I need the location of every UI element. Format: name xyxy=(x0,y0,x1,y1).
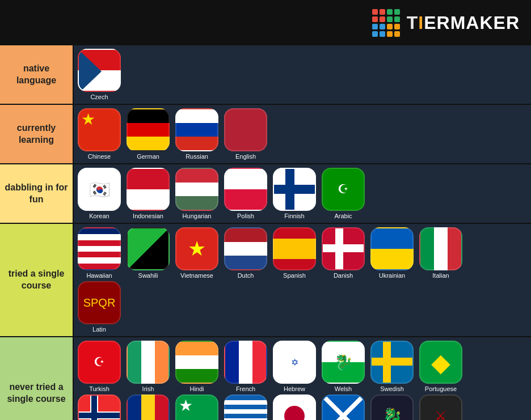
flag-danish xyxy=(322,227,365,270)
lang-item-danish[interactable]: Danish xyxy=(320,227,366,279)
lang-label-hebrew: Hebrew xyxy=(284,385,305,392)
lang-item-hebrew[interactable]: ✡Hebrew xyxy=(271,341,318,392)
lang-item-vietnamese[interactable]: Vietnamese xyxy=(174,227,220,279)
lang-item-german[interactable]: German xyxy=(125,108,171,160)
lang-item-klingon[interactable]: ⚔Klingon xyxy=(418,394,464,420)
tier-content-native: Czech xyxy=(73,45,531,104)
logo-text: TiERMAKER xyxy=(407,12,520,33)
lang-label-indonesian: Indonesian xyxy=(133,213,163,219)
flag-portuguese xyxy=(419,341,462,384)
lang-label-vietnamese: Vietnamese xyxy=(180,272,213,279)
logo-dot xyxy=(380,24,385,29)
lang-item-latin[interactable]: SPQRLatin xyxy=(76,281,123,333)
lang-item-french[interactable]: French xyxy=(222,341,269,392)
lang-item-korean[interactable]: 🇰🇷Korean xyxy=(76,168,123,219)
lang-label-hungarian: Hungarian xyxy=(183,213,212,219)
flag-esperanto xyxy=(175,394,218,420)
tier-row-native: native languageCzech xyxy=(0,45,531,105)
lang-label-swedish: Swedish xyxy=(380,385,404,392)
lang-item-spanish[interactable]: Spanish xyxy=(271,227,318,279)
flag-polish xyxy=(224,168,267,211)
tiermaker-logo: TiERMAKER xyxy=(372,9,520,37)
flag-hawaiian xyxy=(78,227,121,270)
lang-item-swedish[interactable]: Swedish xyxy=(369,341,415,392)
lang-label-czech: Czech xyxy=(90,94,108,100)
lang-item-arabic[interactable]: ☪Arabic xyxy=(320,168,366,219)
flag-swahili xyxy=(127,227,170,270)
flag-norwegian xyxy=(78,394,121,420)
lang-label-french: French xyxy=(236,385,255,392)
lang-item-polish[interactable]: Polish xyxy=(222,168,269,219)
tier-row-never-tried: never tried a single course☪TurkishIrish… xyxy=(0,337,531,420)
lang-label-turkish: Turkish xyxy=(89,385,109,392)
tier-content-subrow: HawaiianSwahiliVietnameseDutchSpanishDan… xyxy=(76,227,464,279)
lang-item-portuguese[interactable]: Portuguese xyxy=(418,341,464,392)
logo-dot xyxy=(394,31,400,37)
logo-dot xyxy=(380,31,385,37)
lang-item-chinese[interactable]: Chinese xyxy=(76,108,123,160)
lang-label-swahili: Swahili xyxy=(138,272,158,279)
lang-item-welsh[interactable]: 🐉Welsh xyxy=(320,341,366,392)
lang-item-hawaiian[interactable]: Hawaiian xyxy=(76,227,123,279)
lang-label-dutch: Dutch xyxy=(238,272,254,279)
flag-latin: SPQR xyxy=(78,281,121,324)
tier-label-native: native language xyxy=(0,45,73,104)
flag-czech xyxy=(78,49,121,92)
lang-item-norwegian[interactable]: Norwegian (Bokmål) xyxy=(76,394,123,420)
flag-hungarian xyxy=(175,168,218,211)
flag-klingon: ⚔ xyxy=(419,394,462,420)
flag-welsh: 🐉 xyxy=(322,341,365,384)
lang-item-japanese[interactable]: Japanese xyxy=(271,394,318,420)
lang-label-danish: Danish xyxy=(334,272,353,279)
flag-vietnamese xyxy=(175,227,218,270)
lang-item-czech[interactable]: Czech xyxy=(76,49,123,100)
flag-russian xyxy=(175,108,218,151)
lang-item-italian[interactable]: Italian xyxy=(418,227,464,279)
tier-row-tried: tried a single courseHawaiianSwahiliViet… xyxy=(0,224,531,337)
lang-label-hawaiian: Hawaiian xyxy=(86,272,112,279)
lang-label-polish: Polish xyxy=(237,213,254,219)
lang-label-spanish: Spanish xyxy=(283,272,306,279)
lang-item-romanian[interactable]: Romanian xyxy=(125,394,171,420)
logo-dot xyxy=(387,9,393,15)
lang-item-finnish[interactable]: Finnish xyxy=(271,168,318,219)
lang-item-indonesian[interactable]: Indonesian xyxy=(125,168,171,219)
lang-label-welsh: Welsh xyxy=(335,385,352,392)
lang-item-irish[interactable]: Irish xyxy=(125,341,171,392)
tier-content-subrow: Norwegian (Bokmål)RomanianEsperantoGreek… xyxy=(76,394,464,420)
lang-item-swahili[interactable]: Swahili xyxy=(125,227,171,279)
lang-item-scottish[interactable]: Scottish Gaelic xyxy=(320,394,366,420)
lang-item-english[interactable]: English xyxy=(222,108,269,160)
tier-label-never-tried: never tried a single course xyxy=(0,337,73,420)
flag-greek xyxy=(224,394,267,420)
flag-turkish: ☪ xyxy=(78,341,121,384)
flag-romanian xyxy=(127,394,170,420)
flag-german xyxy=(127,108,170,151)
lang-item-esperanto[interactable]: Esperanto xyxy=(174,394,220,420)
logo-dot xyxy=(372,9,378,15)
lang-item-dutch[interactable]: Dutch xyxy=(222,227,269,279)
tier-table: native languageCzechcurrently learningCh… xyxy=(0,45,531,420)
lang-item-hungarian[interactable]: Hungarian xyxy=(174,168,220,219)
logo-dot xyxy=(372,24,378,29)
tier-label-dabbling: dabbling in for fun xyxy=(0,164,73,223)
lang-label-ukrainian: Ukrainian xyxy=(379,272,405,279)
lang-item-russian[interactable]: Russian xyxy=(174,108,220,160)
logo-dot xyxy=(372,31,378,37)
lang-item-greek[interactable]: Greek xyxy=(222,394,269,420)
flag-french xyxy=(224,341,267,384)
logo-dot xyxy=(387,31,393,37)
logo-dot xyxy=(387,24,393,29)
logo-dot xyxy=(394,24,400,29)
flag-korean: 🇰🇷 xyxy=(78,168,121,211)
lang-item-turkish[interactable]: ☪Turkish xyxy=(76,341,123,392)
flag-italian xyxy=(419,227,462,270)
lang-item-ukrainian[interactable]: Ukrainian xyxy=(369,227,415,279)
logo-grid xyxy=(372,9,400,37)
lang-item-highvalyrian[interactable]: 🐉High Valyrian xyxy=(369,394,415,420)
lang-label-russian: Russian xyxy=(186,153,208,160)
flag-spanish xyxy=(273,227,316,270)
lang-item-hindi[interactable]: Hindi xyxy=(174,341,220,392)
flag-english xyxy=(224,108,267,151)
tier-label-tried: tried a single course xyxy=(0,224,73,336)
